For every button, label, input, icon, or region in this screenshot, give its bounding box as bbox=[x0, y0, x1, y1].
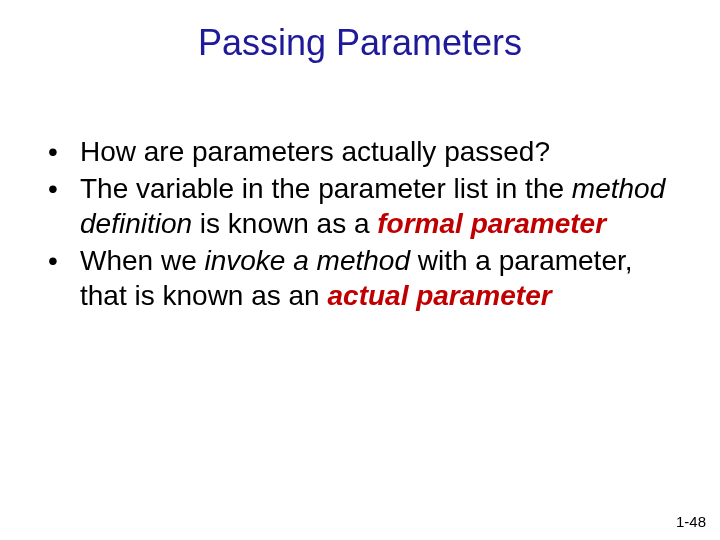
bullet-item: When we invoke a method with a parameter… bbox=[40, 243, 680, 313]
bullet-item: The variable in the parameter list in th… bbox=[40, 171, 680, 241]
bullet-text-plain: is known as a bbox=[192, 208, 377, 239]
bullet-text-emphasis: actual parameter bbox=[327, 280, 551, 311]
page-number: 1-48 bbox=[676, 513, 706, 530]
bullet-text-italic: invoke a method bbox=[205, 245, 410, 276]
bullet-text: How are parameters actually passed? bbox=[80, 136, 550, 167]
slide: Passing Parameters How are parameters ac… bbox=[0, 0, 720, 540]
slide-title: Passing Parameters bbox=[0, 0, 720, 64]
bullet-text-plain: When we bbox=[80, 245, 205, 276]
bullet-item: How are parameters actually passed? bbox=[40, 134, 680, 169]
bullet-text-emphasis: formal parameter bbox=[377, 208, 606, 239]
bullet-list: How are parameters actually passed? The … bbox=[40, 134, 680, 313]
slide-body: How are parameters actually passed? The … bbox=[0, 64, 720, 313]
bullet-text-plain: The variable in the parameter list in th… bbox=[80, 173, 572, 204]
